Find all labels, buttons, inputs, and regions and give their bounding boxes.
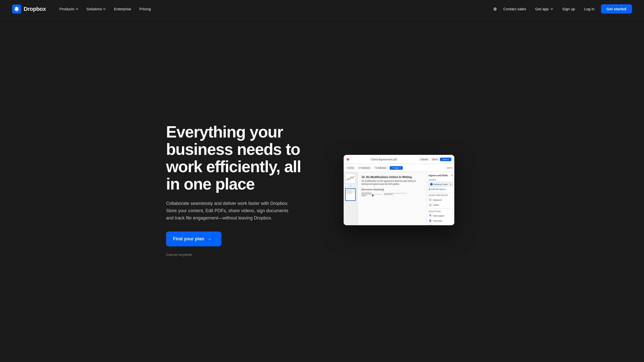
mock-signers-panel: Signers and fields ✕ Signer Bethany Fraz… bbox=[427, 172, 454, 225]
hero-description: Collaborate seamlessly and deliver work … bbox=[166, 200, 297, 221]
logo-text: Dropbox bbox=[24, 6, 46, 12]
mock-autofill-label: Auto-fill fields bbox=[428, 210, 453, 212]
nav-link-signup[interactable]: Sign up bbox=[559, 5, 579, 13]
mock-section-title: 10. No Modifications Unless In Writing bbox=[361, 175, 423, 178]
mock-field-full-name[interactable]: 👤 Full name bbox=[428, 218, 453, 223]
mock-date-line: 09/20/2023 [Date] [Signature] bbox=[361, 192, 423, 196]
nav-links-left: Products Solutions Enterprise Pricing bbox=[56, 5, 492, 13]
mock-close-button[interactable] bbox=[347, 158, 349, 161]
nav-link-get-app[interactable]: Get app bbox=[532, 5, 557, 13]
mock-page-label: 5 bbox=[350, 185, 351, 187]
app-mock: Client Agreement.pdf Cancel Send Save▾ 5… bbox=[344, 155, 454, 225]
cancel-anytime-text: Cancel anytime bbox=[166, 252, 302, 257]
nav-links-right: Contact sales Get app Sign up Log in Get… bbox=[492, 4, 632, 14]
mock-thumb-chart bbox=[345, 173, 356, 184]
mock-company: [Moonholm Marketing] bbox=[361, 188, 423, 191]
chevron-down-icon bbox=[75, 8, 78, 11]
email-icon: ✉ bbox=[428, 224, 432, 225]
hero-image: Client Agreement.pdf Cancel Send Save▾ 5… bbox=[312, 155, 486, 225]
hero-cta-wrapper: Find your plan → bbox=[166, 232, 302, 251]
mock-save-button[interactable]: Save▾ bbox=[440, 158, 451, 161]
find-plan-button[interactable]: Find your plan → bbox=[166, 232, 221, 246]
mock-sig-label: [Signature] bbox=[384, 193, 407, 195]
mock-signer-select[interactable]: Bethany Frazier ▾ bbox=[428, 182, 453, 187]
hero-section: Everything your business needs to work e… bbox=[0, 18, 644, 362]
date-signed-icon: 📅 bbox=[428, 214, 432, 217]
mock-divider-1 bbox=[428, 193, 453, 193]
mock-zoom: 100% bbox=[447, 167, 452, 169]
mock-send-button[interactable]: Send bbox=[430, 158, 439, 161]
nav-link-pricing[interactable]: Pricing bbox=[136, 5, 154, 13]
hero-content: Everything your business needs to work e… bbox=[166, 123, 312, 257]
nav-link-login[interactable]: Log in bbox=[581, 5, 598, 13]
mock-section-text: No modification on this agreement shall … bbox=[361, 180, 423, 186]
mock-thumb-page bbox=[345, 188, 356, 201]
hero-container: Everything your business needs to work e… bbox=[146, 18, 498, 362]
mock-add-text-btn[interactable]: ✐ Add text bbox=[357, 166, 372, 170]
globe-icon[interactable] bbox=[492, 6, 498, 12]
full-name-icon: 👤 bbox=[428, 219, 432, 222]
mock-filename: Client Agreement.pdf bbox=[351, 158, 417, 161]
nav-link-enterprise[interactable]: Enterprise bbox=[110, 5, 135, 13]
mock-signer-label: Signer bbox=[428, 179, 453, 181]
mock-cancel-button[interactable]: Cancel bbox=[419, 158, 429, 161]
mock-field-date-signed[interactable]: 📅 Date signed bbox=[428, 213, 453, 218]
mock-edit-text-btn[interactable]: ✎ Edit text bbox=[373, 166, 388, 170]
mock-divider-2 bbox=[428, 209, 453, 209]
chevron-down-icon bbox=[103, 8, 106, 11]
mock-toolbar: 5 of 6 ✐ Add text ✎ Edit text ✏ Sign ▾ 1… bbox=[344, 164, 454, 172]
mock-sidebar-left: 5 bbox=[344, 172, 357, 225]
hero-title: Everything your business needs to work e… bbox=[166, 123, 302, 193]
mock-page-num-btn[interactable]: 5 of 6 bbox=[346, 166, 355, 170]
get-started-button[interactable]: Get started bbox=[601, 4, 632, 14]
dropbox-logo-icon bbox=[12, 5, 21, 14]
mock-add-signer-link[interactable]: ⊕ Add/edit signers bbox=[428, 188, 453, 191]
signature-field-icon: ✍ bbox=[428, 198, 432, 202]
mock-chart-icon bbox=[346, 175, 355, 182]
cursor-icon bbox=[372, 194, 375, 198]
nav-link-products[interactable]: Products bbox=[56, 5, 82, 13]
arrow-right-icon: → bbox=[207, 236, 212, 242]
logo-link[interactable]: Dropbox bbox=[12, 5, 46, 14]
chevron-down-icon bbox=[550, 8, 553, 11]
mock-panel-title: Signers and fields ✕ bbox=[428, 174, 453, 177]
mock-sign-btn[interactable]: ✏ Sign ▾ bbox=[390, 166, 403, 170]
mock-field-signature[interactable]: ✍ Signature bbox=[428, 197, 453, 202]
mock-field-email[interactable]: ✉ Email address bbox=[428, 223, 453, 225]
mock-topbar: Client Agreement.pdf Cancel Send Save▾ bbox=[344, 155, 454, 164]
navbar: Dropbox Products Solutions Enterprise Pr… bbox=[0, 0, 644, 18]
mock-field-initials[interactable]: Aa Initials bbox=[428, 202, 453, 207]
nav-link-solutions[interactable]: Solutions bbox=[83, 5, 110, 13]
nav-link-contact-sales[interactable]: Contact sales bbox=[500, 5, 530, 13]
mock-panel-close-button[interactable]: ✕ bbox=[451, 174, 453, 177]
mock-body: 5 10. No Modi bbox=[344, 172, 454, 225]
initials-field-icon: Aa bbox=[428, 203, 432, 207]
mock-sig-fields-label: Signature fields bbox=[428, 194, 453, 196]
mock-main: 10. No Modifications Unless In Writing N… bbox=[357, 172, 427, 225]
